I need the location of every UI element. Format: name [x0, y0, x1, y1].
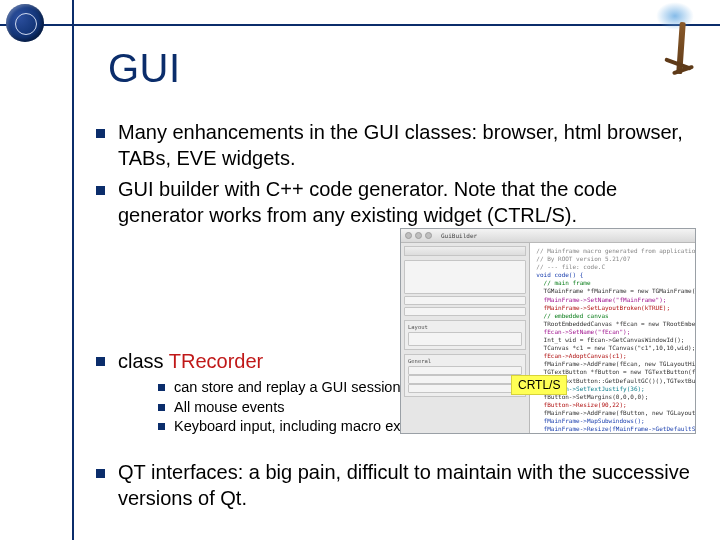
code-line: fButton->Resize(90,22); [536, 401, 689, 409]
canvas-preview [404, 260, 526, 294]
code-pane: // Mainframe macro generated from applic… [530, 243, 695, 433]
code-line: fMainFrame->Resize(fMainFrame->GetDefaul… [536, 425, 689, 433]
slide: GUI Many enhancements in the GUI classes… [0, 0, 720, 540]
group-layout: Layout [404, 320, 526, 350]
code-line: TGMainFrame *fMainFrame = new TGMainFram… [536, 287, 689, 295]
code-line: void code() { [536, 271, 689, 279]
logo-right-tree [642, 2, 702, 78]
bullet-list: Many enhancements in the GUI classes: br… [90, 120, 690, 234]
widget-row [408, 332, 522, 346]
code-line: TRootEmbeddedCanvas *fEcan = new TRootEm… [536, 320, 689, 328]
widget-row [408, 375, 522, 384]
code-line: fEcan->SetName("fEcan"); [536, 328, 689, 336]
code-line: // --- file: code.C [536, 263, 689, 271]
decor-line-top [0, 24, 720, 26]
logo-left-badge [6, 4, 44, 42]
group-label: Layout [408, 324, 522, 330]
widget-row [408, 384, 522, 393]
class-name: TRecorder [169, 350, 263, 372]
code-line: // main frame [536, 279, 689, 287]
embedded-screenshot: GuiBuilder Layout General // Mainf [400, 228, 696, 434]
group-label: General [408, 358, 522, 364]
widget-row [408, 366, 522, 375]
toolbar [404, 246, 526, 256]
widget-row [404, 307, 526, 316]
code-line: // By ROOT version 5.21/07 [536, 255, 689, 263]
code-line: fMainFrame->SetLayoutBroken(kTRUE); [536, 304, 689, 312]
code-line: TCanvas *c1 = new TCanvas("c1",10,10,wid… [536, 344, 689, 352]
traffic-light-icon [415, 232, 422, 239]
code-line: // embedded canvas [536, 312, 689, 320]
code-line: Int_t wid = fEcan->GetCanvasWindowId(); [536, 336, 689, 344]
bullet-list: QT interfaces: a big pain, difficult to … [90, 460, 690, 511]
slide-title: GUI [108, 46, 181, 91]
builder-left-panel: Layout General [401, 243, 530, 433]
class-keyword: class [118, 350, 169, 372]
window-titlebar: GuiBuilder [401, 229, 695, 243]
code-line: fMainFrame->SetName("fMainFrame"); [536, 296, 689, 304]
code-line: fMainFrame->AddFrame(fEcan, new TGLayout… [536, 360, 689, 368]
group-general: General [404, 354, 526, 397]
traffic-light-icon [425, 232, 432, 239]
code-line: fEcan->AdoptCanvas(c1); [536, 352, 689, 360]
bullet-item: GUI builder with C++ code generator. Not… [90, 177, 690, 228]
traffic-light-icon [405, 232, 412, 239]
code-line: fMainFrame->AddFrame(fButton, new TGLayo… [536, 409, 689, 417]
bullet-item: Many enhancements in the GUI classes: br… [90, 120, 690, 171]
bullet-item: QT interfaces: a big pain, difficult to … [90, 460, 690, 511]
code-line: // Mainframe macro generated from applic… [536, 247, 689, 255]
decor-line-left [72, 0, 74, 540]
widget-row [404, 296, 526, 305]
code-line: fMainFrame->MapSubwindows(); [536, 417, 689, 425]
shortcut-badge: CRTL/S [511, 375, 567, 395]
window-title: GuiBuilder [441, 232, 477, 239]
